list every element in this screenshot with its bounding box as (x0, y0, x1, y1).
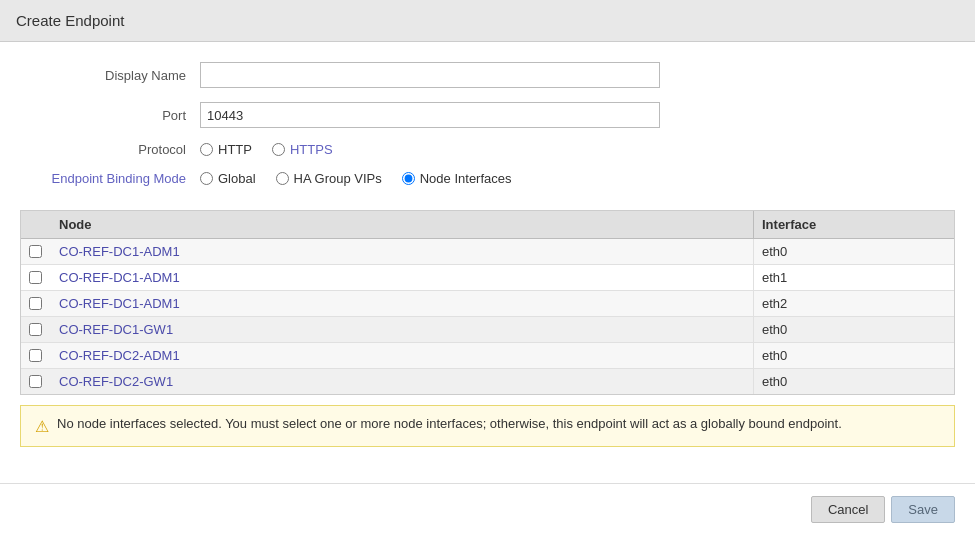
row-checkbox[interactable] (29, 375, 42, 388)
binding-node-item[interactable]: Node Interfaces (402, 171, 512, 186)
row-interface: eth0 (754, 369, 954, 394)
row-interface: eth0 (754, 239, 954, 264)
row-node[interactable]: CO-REF-DC1-ADM1 (51, 291, 754, 316)
port-row: Port (0, 102, 975, 128)
protocol-radio-group: HTTP HTTPS (200, 142, 333, 157)
table-row: CO-REF-DC2-ADM1 eth0 (21, 343, 954, 369)
protocol-https-label: HTTPS (290, 142, 333, 157)
th-checkbox (21, 211, 51, 238)
row-checkbox[interactable] (29, 271, 42, 284)
row-checkbox[interactable] (29, 349, 42, 362)
page-header: Create Endpoint (0, 0, 975, 42)
row-node[interactable]: CO-REF-DC2-GW1 (51, 369, 754, 394)
node-interface-table: Node Interface CO-REF-DC1-ADM1 eth0 CO-R… (20, 210, 955, 395)
row-checkbox-cell[interactable] (21, 292, 51, 315)
binding-global-radio[interactable] (200, 172, 213, 185)
row-node[interactable]: CO-REF-DC1-ADM1 (51, 265, 754, 290)
display-name-label: Display Name (20, 68, 200, 83)
binding-node-label: Node Interfaces (420, 171, 512, 186)
warning-icon: ⚠ (35, 417, 49, 436)
display-name-row: Display Name (0, 62, 975, 88)
th-node: Node (51, 211, 754, 238)
row-interface: eth0 (754, 317, 954, 342)
protocol-https-item[interactable]: HTTPS (272, 142, 333, 157)
table-header: Node Interface (21, 211, 954, 239)
row-node[interactable]: CO-REF-DC1-ADM1 (51, 239, 754, 264)
table-row: CO-REF-DC1-GW1 eth0 (21, 317, 954, 343)
binding-global-label: Global (218, 171, 256, 186)
warning-message: No node interfaces selected. You must se… (57, 416, 842, 431)
row-interface: eth0 (754, 343, 954, 368)
binding-ha-item[interactable]: HA Group VIPs (276, 171, 382, 186)
row-node[interactable]: CO-REF-DC1-GW1 (51, 317, 754, 342)
warning-box: ⚠ No node interfaces selected. You must … (20, 405, 955, 447)
row-checkbox[interactable] (29, 297, 42, 310)
protocol-http-label: HTTP (218, 142, 252, 157)
row-checkbox-cell[interactable] (21, 240, 51, 263)
port-label: Port (20, 108, 200, 123)
footer-buttons: Cancel Save (0, 483, 975, 535)
protocol-label: Protocol (20, 142, 200, 157)
page-title: Create Endpoint (16, 12, 124, 29)
protocol-http-radio[interactable] (200, 143, 213, 156)
page-container: Create Endpoint Display Name Port Protoc… (0, 0, 975, 535)
binding-global-item[interactable]: Global (200, 171, 256, 186)
binding-mode-label: Endpoint Binding Mode (20, 171, 200, 186)
cancel-button[interactable]: Cancel (811, 496, 885, 523)
table-row: CO-REF-DC1-ADM1 eth2 (21, 291, 954, 317)
row-interface: eth2 (754, 291, 954, 316)
protocol-https-radio[interactable] (272, 143, 285, 156)
protocol-row: Protocol HTTP HTTPS (0, 142, 975, 157)
row-node[interactable]: CO-REF-DC2-ADM1 (51, 343, 754, 368)
binding-mode-radio-group: Global HA Group VIPs Node Interfaces (200, 171, 512, 186)
row-interface: eth1 (754, 265, 954, 290)
row-checkbox-cell[interactable] (21, 370, 51, 393)
binding-mode-row: Endpoint Binding Mode Global HA Group VI… (0, 171, 975, 186)
protocol-http-item[interactable]: HTTP (200, 142, 252, 157)
row-checkbox-cell[interactable] (21, 344, 51, 367)
form-area: Display Name Port Protocol HTTP HTTPS (0, 42, 975, 210)
row-checkbox-cell[interactable] (21, 266, 51, 289)
binding-ha-label: HA Group VIPs (294, 171, 382, 186)
row-checkbox-cell[interactable] (21, 318, 51, 341)
display-name-input[interactable] (200, 62, 660, 88)
th-interface: Interface (754, 211, 954, 238)
table-row: CO-REF-DC2-GW1 eth0 (21, 369, 954, 394)
save-button[interactable]: Save (891, 496, 955, 523)
table-row: CO-REF-DC1-ADM1 eth1 (21, 265, 954, 291)
table-row: CO-REF-DC1-ADM1 eth0 (21, 239, 954, 265)
port-input[interactable] (200, 102, 660, 128)
row-checkbox[interactable] (29, 323, 42, 336)
binding-ha-radio[interactable] (276, 172, 289, 185)
binding-node-radio[interactable] (402, 172, 415, 185)
row-checkbox[interactable] (29, 245, 42, 258)
